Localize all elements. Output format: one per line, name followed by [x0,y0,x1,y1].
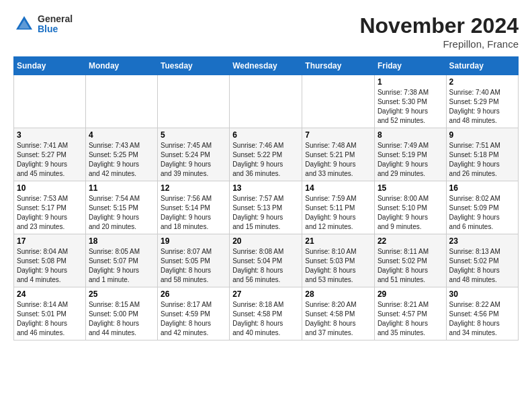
calendar-cell: 5Sunrise: 7:45 AM Sunset: 5:24 PM Daylig… [158,128,230,181]
day-number: 28 [305,289,371,299]
day-info: Sunrise: 8:07 AM Sunset: 5:05 PM Dayligh… [161,247,226,285]
location-label: Frepillon, France [359,38,519,50]
day-number: 17 [17,236,83,246]
day-number: 16 [449,183,515,193]
calendar-day-header: Sunday [14,57,86,75]
day-number: 2 [449,77,515,87]
day-number: 1 [378,77,443,87]
day-info: Sunrise: 7:49 AM Sunset: 5:19 PM Dayligh… [378,141,443,179]
day-info: Sunrise: 8:10 AM Sunset: 5:03 PM Dayligh… [305,247,371,285]
day-number: 26 [161,289,226,299]
calendar-week-row: 24Sunrise: 8:14 AM Sunset: 5:01 PM Dayli… [14,287,519,340]
day-info: Sunrise: 8:04 AM Sunset: 5:08 PM Dayligh… [17,247,83,285]
day-info: Sunrise: 7:54 AM Sunset: 5:15 PM Dayligh… [89,194,154,232]
calendar-cell: 9Sunrise: 7:51 AM Sunset: 5:18 PM Daylig… [446,128,518,181]
calendar-cell [158,75,230,128]
logo-text: General Blue [38,14,73,35]
day-number: 22 [378,236,443,246]
logo-icon [13,13,35,35]
calendar-cell [14,75,86,128]
day-info: Sunrise: 7:53 AM Sunset: 5:17 PM Dayligh… [17,194,83,232]
calendar-cell: 29Sunrise: 8:21 AM Sunset: 4:57 PM Dayli… [374,287,446,340]
day-info: Sunrise: 8:20 AM Sunset: 4:58 PM Dayligh… [305,300,371,338]
calendar-cell [302,75,375,128]
day-number: 5 [161,130,226,140]
day-info: Sunrise: 8:17 AM Sunset: 4:59 PM Dayligh… [161,300,226,338]
day-info: Sunrise: 8:13 AM Sunset: 5:02 PM Dayligh… [449,247,515,285]
calendar-cell: 19Sunrise: 8:07 AM Sunset: 5:05 PM Dayli… [158,234,230,287]
day-number: 20 [232,236,299,246]
calendar-day-header: Friday [374,57,446,75]
calendar-cell: 13Sunrise: 7:57 AM Sunset: 5:13 PM Dayli… [230,181,302,234]
calendar-cell: 28Sunrise: 8:20 AM Sunset: 4:58 PM Dayli… [302,287,375,340]
day-info: Sunrise: 8:18 AM Sunset: 4:58 PM Dayligh… [232,300,299,338]
calendar-cell: 8Sunrise: 7:49 AM Sunset: 5:19 PM Daylig… [374,128,446,181]
page-header: General Blue November 2024 Frepillon, Fr… [13,13,519,50]
logo: General Blue [13,13,73,35]
day-number: 27 [232,289,299,299]
calendar-cell: 23Sunrise: 8:13 AM Sunset: 5:02 PM Dayli… [446,234,518,287]
day-number: 4 [89,130,154,140]
day-info: Sunrise: 7:40 AM Sunset: 5:29 PM Dayligh… [449,88,515,126]
calendar-week-row: 17Sunrise: 8:04 AM Sunset: 5:08 PM Dayli… [14,234,519,287]
logo-general-label: General [38,14,73,24]
day-info: Sunrise: 8:14 AM Sunset: 5:01 PM Dayligh… [17,300,83,338]
day-info: Sunrise: 8:00 AM Sunset: 5:10 PM Dayligh… [378,194,443,232]
calendar-day-header: Thursday [302,57,375,75]
calendar-header-row: SundayMondayTuesdayWednesdayThursdayFrid… [14,57,519,75]
calendar-cell: 6Sunrise: 7:46 AM Sunset: 5:22 PM Daylig… [230,128,302,181]
day-number: 13 [232,183,299,193]
day-number: 23 [449,236,515,246]
day-info: Sunrise: 8:05 AM Sunset: 5:07 PM Dayligh… [89,247,154,285]
calendar-cell: 3Sunrise: 7:41 AM Sunset: 5:27 PM Daylig… [14,128,86,181]
day-number: 19 [161,236,226,246]
logo-blue-label: Blue [38,24,73,34]
day-info: Sunrise: 8:02 AM Sunset: 5:09 PM Dayligh… [449,194,515,232]
day-number: 10 [17,183,83,193]
day-info: Sunrise: 7:51 AM Sunset: 5:18 PM Dayligh… [449,141,515,179]
calendar-cell: 30Sunrise: 8:22 AM Sunset: 4:56 PM Dayli… [446,287,518,340]
calendar-cell: 1Sunrise: 7:38 AM Sunset: 5:30 PM Daylig… [374,75,446,128]
calendar-day-header: Wednesday [230,57,302,75]
day-number: 7 [305,130,371,140]
day-number: 18 [89,236,154,246]
calendar-cell: 24Sunrise: 8:14 AM Sunset: 5:01 PM Dayli… [14,287,86,340]
day-number: 30 [449,289,515,299]
calendar-cell: 17Sunrise: 8:04 AM Sunset: 5:08 PM Dayli… [14,234,86,287]
day-info: Sunrise: 8:11 AM Sunset: 5:02 PM Dayligh… [378,247,443,285]
month-title: November 2024 [359,13,519,38]
calendar-table: SundayMondayTuesdayWednesdayThursdayFrid… [13,56,519,340]
day-info: Sunrise: 7:57 AM Sunset: 5:13 PM Dayligh… [232,194,299,232]
day-number: 8 [378,130,443,140]
day-info: Sunrise: 7:45 AM Sunset: 5:24 PM Dayligh… [161,141,226,179]
calendar-cell: 4Sunrise: 7:43 AM Sunset: 5:25 PM Daylig… [85,128,157,181]
day-number: 3 [17,130,83,140]
day-number: 21 [305,236,371,246]
calendar-day-header: Monday [85,57,157,75]
calendar-cell: 27Sunrise: 8:18 AM Sunset: 4:58 PM Dayli… [230,287,302,340]
calendar-week-row: 1Sunrise: 7:38 AM Sunset: 5:30 PM Daylig… [14,75,519,128]
day-info: Sunrise: 7:46 AM Sunset: 5:22 PM Dayligh… [232,141,299,179]
day-number: 9 [449,130,515,140]
day-info: Sunrise: 7:48 AM Sunset: 5:21 PM Dayligh… [305,141,371,179]
day-info: Sunrise: 7:43 AM Sunset: 5:25 PM Dayligh… [89,141,154,179]
day-info: Sunrise: 8:22 AM Sunset: 4:56 PM Dayligh… [449,300,515,338]
calendar-cell: 2Sunrise: 7:40 AM Sunset: 5:29 PM Daylig… [446,75,518,128]
day-number: 14 [305,183,371,193]
day-info: Sunrise: 7:38 AM Sunset: 5:30 PM Dayligh… [378,88,443,126]
day-number: 25 [89,289,154,299]
calendar-week-row: 3Sunrise: 7:41 AM Sunset: 5:27 PM Daylig… [14,128,519,181]
calendar-cell: 11Sunrise: 7:54 AM Sunset: 5:15 PM Dayli… [85,181,157,234]
calendar-day-header: Tuesday [158,57,230,75]
day-number: 29 [378,289,443,299]
calendar-week-row: 10Sunrise: 7:53 AM Sunset: 5:17 PM Dayli… [14,181,519,234]
day-number: 6 [232,130,299,140]
day-number: 24 [17,289,83,299]
calendar-cell [85,75,157,128]
day-info: Sunrise: 8:21 AM Sunset: 4:57 PM Dayligh… [378,300,443,338]
title-block: November 2024 Frepillon, France [359,13,519,50]
day-number: 15 [378,183,443,193]
day-number: 12 [161,183,226,193]
day-info: Sunrise: 7:59 AM Sunset: 5:11 PM Dayligh… [305,194,371,232]
calendar-day-header: Saturday [446,57,518,75]
